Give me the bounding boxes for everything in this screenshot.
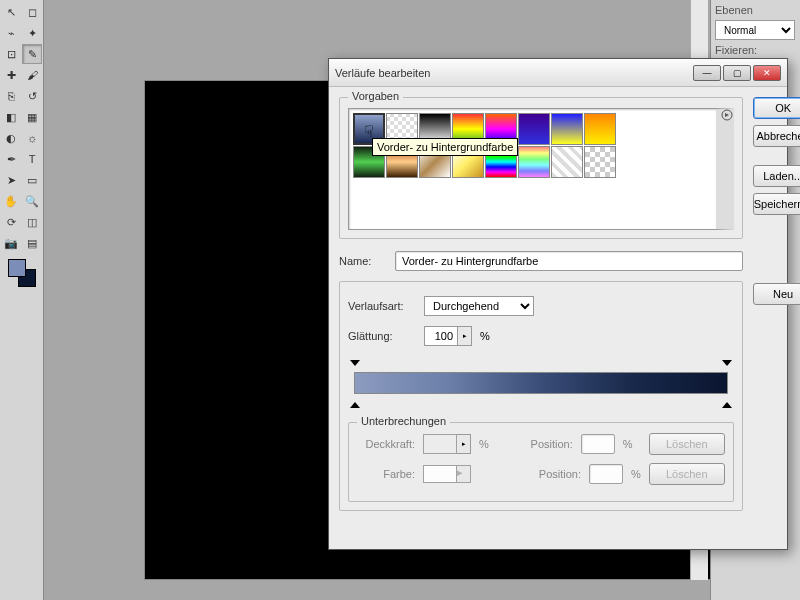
- gradient-preset[interactable]: [551, 113, 583, 145]
- gradient-bar[interactable]: [354, 372, 728, 394]
- opacity-stepper[interactable]: ▸: [457, 434, 471, 454]
- stops-label: Unterbrechungen: [357, 415, 450, 427]
- stops-group: Unterbrechungen Deckkraft: ▸ % Position:…: [348, 422, 734, 502]
- history-brush-tool[interactable]: ↺: [22, 86, 42, 106]
- crop-tool[interactable]: ⊡: [1, 44, 21, 64]
- opacity-stop-left[interactable]: [350, 360, 360, 370]
- opacity-input[interactable]: [423, 434, 457, 454]
- blur-tool[interactable]: ◐: [1, 128, 21, 148]
- smoothness-input[interactable]: [424, 326, 458, 346]
- smoothness-label: Glättung:: [348, 330, 416, 342]
- blend-mode-select[interactable]: Normal: [715, 20, 795, 40]
- color-label: Farbe:: [357, 468, 415, 480]
- new-button[interactable]: Neu: [753, 283, 800, 305]
- dodge-tool[interactable]: ☼: [22, 128, 42, 148]
- type-label: Verlaufsart:: [348, 300, 416, 312]
- percent-sign: %: [480, 330, 490, 342]
- healing-tool[interactable]: ✚: [1, 65, 21, 85]
- save-button[interactable]: Speichern...: [753, 193, 800, 215]
- gradient-preset[interactable]: [518, 113, 550, 145]
- smoothness-stepper[interactable]: ▸: [458, 326, 472, 346]
- color-position-input[interactable]: [589, 464, 623, 484]
- gradient-preset[interactable]: [518, 146, 550, 178]
- gradient-preset[interactable]: [551, 146, 583, 178]
- opacity-stop-right[interactable]: [722, 360, 732, 370]
- wand-tool[interactable]: ✦: [22, 23, 42, 43]
- preset-tooltip: Vorder- zu Hintergrundfarbe: [372, 138, 518, 156]
- lasso-tool[interactable]: ⌁: [1, 23, 21, 43]
- opacity-label: Deckkraft:: [357, 438, 415, 450]
- dialog-title: Verläufe bearbeiten: [335, 67, 693, 79]
- flyout-menu-icon[interactable]: [720, 108, 734, 122]
- opacity-position-input[interactable]: [581, 434, 615, 454]
- type-tool[interactable]: T: [22, 149, 42, 169]
- presets-label: Vorgaben: [348, 90, 403, 102]
- maximize-button[interactable]: ▢: [723, 65, 751, 81]
- brush-tool[interactable]: 🖌: [22, 65, 42, 85]
- close-button[interactable]: ✕: [753, 65, 781, 81]
- camera-tool[interactable]: 📷: [1, 233, 21, 253]
- foreground-color-swatch[interactable]: [8, 259, 26, 277]
- stamp-tool[interactable]: ⎘: [1, 86, 21, 106]
- minimize-button[interactable]: —: [693, 65, 721, 81]
- move-tool[interactable]: ↖: [1, 2, 21, 22]
- gradient-editor-dialog: Verläufe bearbeiten — ▢ ✕ Vorgaben ☟ Vor…: [328, 58, 788, 550]
- eraser-tool[interactable]: ◧: [1, 107, 21, 127]
- zoom-tool[interactable]: 🔍: [22, 191, 42, 211]
- layers-panel-label: Ebenen: [715, 4, 796, 16]
- color-swatches[interactable]: [8, 259, 36, 287]
- shape-tool[interactable]: ▭: [22, 170, 42, 190]
- position-label-1: Position:: [515, 438, 573, 450]
- color-stop-right[interactable]: [722, 402, 732, 412]
- color-well[interactable]: [423, 465, 457, 483]
- gradient-settings-group: Verlaufsart: Durchgehend Glättung: ▸ %: [339, 281, 743, 511]
- gradient-preset[interactable]: [584, 146, 616, 178]
- gradient-preset[interactable]: [584, 113, 616, 145]
- ok-button[interactable]: OK: [753, 97, 800, 119]
- pen-tool[interactable]: ✒: [1, 149, 21, 169]
- dialog-titlebar[interactable]: Verläufe bearbeiten — ▢ ✕: [329, 59, 787, 87]
- gradient-type-select[interactable]: Durchgehend: [424, 296, 534, 316]
- color-picker-icon[interactable]: ▸: [457, 465, 471, 483]
- load-button[interactable]: Laden...: [753, 165, 800, 187]
- delete-color-stop-button[interactable]: Löschen: [649, 463, 725, 485]
- rotate-tool[interactable]: ⟳: [1, 212, 21, 232]
- 3d-tool[interactable]: ◫: [22, 212, 42, 232]
- position-label-2: Position:: [523, 468, 581, 480]
- eyedropper-tool[interactable]: ✎: [22, 44, 42, 64]
- presets-group: Vorgaben ☟ Vorder- zu Hintergrundfarbe: [339, 97, 743, 239]
- gradient-ramp[interactable]: [348, 358, 734, 414]
- name-label: Name:: [339, 255, 387, 267]
- left-toolbar: ↖◻⌁✦⊡✎✚🖌⎘↺◧▦◐☼✒T➤▭✋🔍⟳◫📷▤: [0, 0, 44, 600]
- cancel-button[interactable]: Abbrechen: [753, 125, 800, 147]
- marquee-tool[interactable]: ◻: [22, 2, 42, 22]
- fix-label: Fixieren:: [715, 44, 796, 56]
- path-select-tool[interactable]: ➤: [1, 170, 21, 190]
- gradient-tool[interactable]: ▦: [22, 107, 42, 127]
- delete-opacity-stop-button[interactable]: Löschen: [649, 433, 725, 455]
- preset-grid: [348, 108, 734, 230]
- hand-tool[interactable]: ✋: [1, 191, 21, 211]
- gradient-name-input[interactable]: [395, 251, 743, 271]
- color-stop-left[interactable]: [350, 402, 360, 412]
- grid-tool[interactable]: ▤: [22, 233, 42, 253]
